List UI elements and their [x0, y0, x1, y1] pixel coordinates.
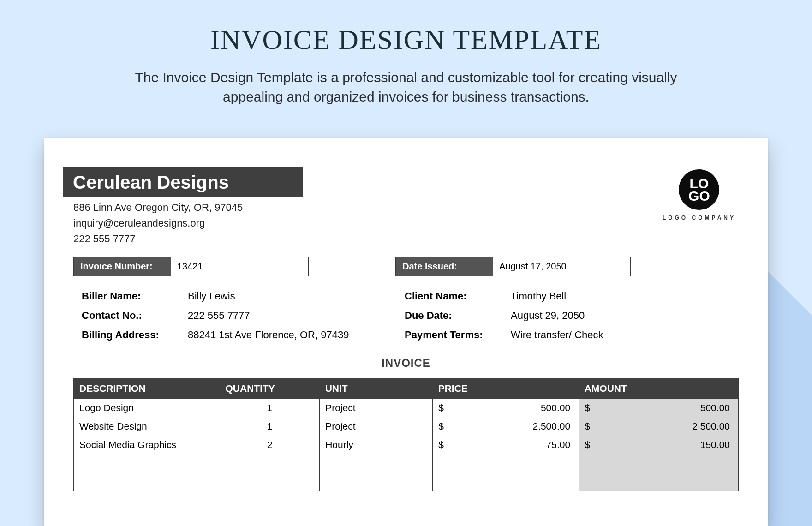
document-sheet: Cerulean Designs 886 Linn Ave Oregon Cit… [44, 138, 768, 526]
cell-price [433, 454, 579, 472]
table-row-empty [74, 472, 739, 491]
cell-price: $75.00 [433, 436, 579, 454]
invoice-number-label: Invoice Number: [74, 257, 171, 276]
date-issued-label: Date Issued: [396, 257, 493, 276]
invoice-frame: Cerulean Designs 886 Linn Ave Oregon Cit… [63, 157, 749, 526]
biller-address-label: Billing Address: [82, 329, 188, 341]
biller-name: Billy Lewis [188, 290, 377, 302]
page-subtitle: The Invoice Design Template is a profess… [115, 68, 697, 107]
due-date: August 29, 2050 [511, 310, 700, 322]
cell-quantity [220, 472, 320, 491]
cell-price: $2,500.00 [433, 417, 579, 436]
cell-unit: Project [320, 417, 433, 436]
cell-unit [320, 454, 433, 472]
company-address: 886 Linn Ave Oregon City, OR, 97045 [73, 200, 243, 215]
cell-amount [579, 472, 739, 491]
biller-contact: 222 555 7777 [188, 310, 377, 322]
col-price: PRICE [433, 378, 579, 399]
cell-amount [579, 454, 739, 472]
cell-unit: Hourly [320, 436, 433, 454]
table-row: Logo Design1Project$500.00$500.00 [74, 399, 739, 417]
invoice-number-value: 13421 [171, 257, 308, 276]
date-issued-box: Date Issued: August 17, 2050 [395, 257, 631, 276]
table-row: Social Media Graphics2Hourly$75.00$150.0… [74, 436, 739, 454]
cell-quantity: 2 [220, 436, 320, 454]
biller-info: Biller Name:Billy Lewis Contact No.:222 … [82, 290, 377, 348]
cell-unit: Project [320, 399, 433, 417]
cell-quantity: 1 [220, 399, 320, 417]
cell-description [74, 454, 220, 472]
biller-address: 88241 1st Ave Florence, OR, 97439 [188, 329, 377, 341]
col-description: DESCRIPTION [74, 378, 220, 399]
payment-terms-label: Payment Terms: [405, 329, 511, 341]
client-name-label: Client Name: [405, 290, 511, 302]
cell-description: Logo Design [74, 399, 220, 417]
biller-contact-label: Contact No.: [82, 310, 188, 322]
logo-block: LO GO LOGO COMPANY [663, 169, 736, 221]
logo-icon: LO GO [679, 169, 719, 210]
table-header-row: DESCRIPTION QUANTITY UNIT PRICE AMOUNT [74, 378, 739, 399]
invoice-number-box: Invoice Number: 13421 [73, 257, 309, 276]
line-items-table: DESCRIPTION QUANTITY UNIT PRICE AMOUNT L… [73, 378, 739, 491]
col-unit: UNIT [320, 378, 433, 399]
cell-amount: $2,500.00 [579, 417, 739, 436]
cell-description: Social Media Graphics [74, 436, 220, 454]
biller-name-label: Biller Name: [82, 290, 188, 302]
company-contact-block: 886 Linn Ave Oregon City, OR, 97045 inqu… [73, 200, 243, 247]
cell-description: Website Design [74, 417, 220, 436]
col-amount: AMOUNT [579, 378, 739, 399]
cell-unit [320, 472, 433, 491]
logo-company-label: LOGO COMPANY [663, 215, 736, 221]
payment-terms: Wire transfer/ Check [511, 329, 700, 341]
cell-price [433, 472, 579, 491]
cell-quantity: 1 [220, 417, 320, 436]
cell-amount: $500.00 [579, 399, 739, 417]
cell-description [74, 472, 220, 491]
date-issued-value: August 17, 2050 [493, 257, 630, 276]
company-name-banner: Cerulean Designs [63, 167, 303, 197]
client-name: Timothy Bell [511, 290, 700, 302]
due-date-label: Due Date: [405, 310, 511, 322]
client-info: Client Name:Timothy Bell Due Date:August… [405, 290, 700, 348]
col-quantity: QUANTITY [220, 378, 320, 399]
company-phone: 222 555 7777 [73, 231, 243, 247]
table-row: Website Design1Project$2,500.00$2,500.00 [74, 417, 739, 436]
cell-price: $500.00 [433, 399, 579, 417]
section-title: INVOICE [63, 357, 749, 370]
page-title: INVOICE DESIGN TEMPLATE [0, 0, 812, 56]
cell-amount: $150.00 [579, 436, 739, 454]
company-email: inquiry@ceruleandesigns.org [73, 215, 243, 231]
table-row-empty [74, 454, 739, 472]
cell-quantity [220, 454, 320, 472]
